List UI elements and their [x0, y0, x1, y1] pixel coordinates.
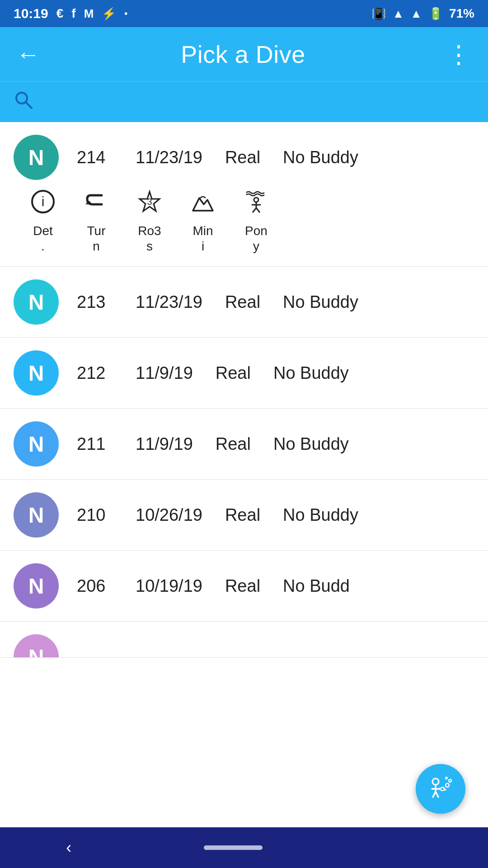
status-messenger-icon: ⚡: [102, 7, 116, 21]
svg-point-7: [254, 198, 258, 202]
dive-avatar-206: N: [14, 563, 59, 609]
dive-buddy-211: No Buddy: [273, 434, 349, 454]
mountain-icon: [190, 189, 216, 220]
dive-avatar-213: N: [14, 279, 59, 325]
dive-date-214: 11/23/19: [136, 148, 202, 167]
status-vibrate-icon: 📳: [371, 7, 386, 21]
dive-item-214[interactable]: N 214 11/23/19 Real No Buddy i Det.: [0, 122, 488, 267]
pony-button-214[interactable]: Pony: [236, 189, 277, 254]
svg-line-1: [26, 102, 32, 108]
back-nav-button[interactable]: ‹: [66, 838, 71, 857]
detail-label: Det.: [33, 223, 53, 254]
bottom-nav: ‹: [0, 827, 488, 868]
detail-button-214[interactable]: i Det.: [23, 189, 63, 254]
dive-number-213: 213: [77, 292, 113, 312]
dive-type-210: Real: [225, 505, 260, 525]
dive-buddy-212: No Buddy: [273, 363, 349, 383]
dive-buddy-206: No Budd: [283, 576, 350, 596]
svg-text:i: i: [42, 194, 45, 209]
back-button[interactable]: ←: [16, 41, 40, 68]
dive-item-212[interactable]: N 212 11/9/19 Real No Buddy: [0, 338, 488, 409]
svg-line-11: [256, 208, 260, 212]
dive-info-206: 206 10/19/19 Real No Budd: [77, 576, 350, 596]
search-bar: [0, 81, 488, 122]
diver-icon: [244, 189, 269, 220]
dive-number-210: 210: [77, 505, 113, 525]
status-dot-icon: •: [124, 9, 127, 19]
dive-type-214: Real: [225, 148, 260, 167]
svg-line-10: [253, 208, 256, 212]
dive-item-210[interactable]: N 210 10/26/19 Real No Buddy: [0, 480, 488, 551]
detail-icon: i: [30, 189, 56, 220]
status-gmail-icon: M: [84, 7, 94, 21]
dive-info-214: 214 11/23/19 Real No Buddy: [77, 148, 358, 167]
dive-avatar-211: N: [14, 421, 59, 467]
svg-point-15: [446, 777, 447, 779]
dive-item-206[interactable]: N 206 10/19/19 Real No Budd: [0, 551, 488, 622]
dive-avatar-210: N: [14, 492, 59, 538]
svg-point-14: [449, 779, 451, 782]
dive-number-206: 206: [77, 576, 113, 596]
turn-button-214[interactable]: Turn: [76, 189, 117, 254]
dive-type-206: Real: [225, 576, 260, 596]
avatar-letter-partial: N: [28, 645, 44, 658]
dive-item-211[interactable]: N 211 11/9/19 Real No Buddy: [0, 409, 488, 480]
dive-date-206: 10/19/19: [136, 576, 202, 596]
dive-avatar-partial: N: [14, 634, 59, 658]
status-right: 📳 ▲ ▲ 🔋 71%: [371, 6, 474, 21]
status-battery-icon: 🔋: [428, 7, 443, 21]
dive-list: N 214 11/23/19 Real No Buddy i Det.: [0, 122, 488, 827]
app-bar: ← Pick a Dive ⋮: [0, 27, 488, 81]
svg-text:3: 3: [147, 197, 152, 207]
dive-date-213: 11/23/19: [136, 292, 202, 312]
status-signal-icon: ▲: [410, 7, 422, 21]
dive-info-213: 213 11/23/19 Real No Buddy: [77, 292, 358, 312]
avatar-letter-212: N: [28, 361, 44, 386]
avatar-letter-213: N: [28, 290, 44, 315]
svg-point-13: [446, 783, 449, 787]
dive-item-partial[interactable]: N: [0, 622, 488, 658]
dive-info-211: 211 11/9/19 Real No Buddy: [77, 434, 349, 454]
dive-fab-icon: [427, 773, 455, 806]
ro3s-label: Ro3s: [138, 223, 161, 254]
dive-type-212: Real: [216, 363, 251, 383]
dive-item-213[interactable]: N 213 11/23/19 Real No Buddy: [0, 267, 488, 338]
page-title: Pick a Dive: [181, 40, 305, 68]
avatar-letter-210: N: [28, 503, 44, 528]
home-indicator[interactable]: [204, 845, 263, 850]
mini-label: Mini: [192, 223, 213, 254]
status-euro-icon: €: [56, 6, 64, 21]
pony-label: Pony: [245, 223, 267, 254]
dive-action-icons-214: i Det. Turn: [14, 189, 474, 254]
new-dive-fab[interactable]: [416, 764, 465, 814]
dive-buddy-214: No Buddy: [283, 148, 358, 167]
dive-type-213: Real: [225, 292, 260, 312]
turn-icon: [84, 189, 109, 220]
dive-buddy-210: No Buddy: [283, 505, 358, 525]
dive-date-212: 11/9/19: [136, 363, 193, 383]
dive-number-212: 212: [77, 363, 113, 383]
svg-point-12: [432, 778, 439, 785]
search-icon: [14, 90, 33, 114]
dive-date-210: 10/26/19: [136, 505, 202, 525]
ro3s-button-214[interactable]: 3 Ro3s: [129, 189, 170, 254]
dive-buddy-213: No Buddy: [283, 292, 358, 312]
avatar-letter-206: N: [28, 574, 44, 599]
dive-info-212: 212 11/9/19 Real No Buddy: [77, 363, 349, 383]
dive-avatar-214: N: [14, 135, 59, 180]
dive-date-211: 11/9/19: [136, 434, 193, 454]
dive-number-211: 211: [77, 434, 113, 454]
status-left: 10:19 € f M ⚡ •: [14, 6, 127, 21]
dive-number-214: 214: [77, 148, 113, 167]
turn-label: Turn: [87, 223, 106, 254]
more-menu-button[interactable]: ⋮: [446, 40, 472, 69]
status-wifi-icon: ▲: [392, 7, 404, 21]
avatar-letter-211: N: [28, 432, 44, 457]
search-input[interactable]: [41, 93, 474, 112]
avatar-letter-214: N: [28, 145, 44, 170]
mini-button-214[interactable]: Mini: [183, 189, 223, 254]
status-battery-percent: 71%: [449, 6, 474, 21]
status-facebook-icon: f: [71, 6, 75, 21]
dive-info-210: 210 10/26/19 Real No Buddy: [77, 505, 358, 525]
dive-avatar-212: N: [14, 350, 59, 396]
